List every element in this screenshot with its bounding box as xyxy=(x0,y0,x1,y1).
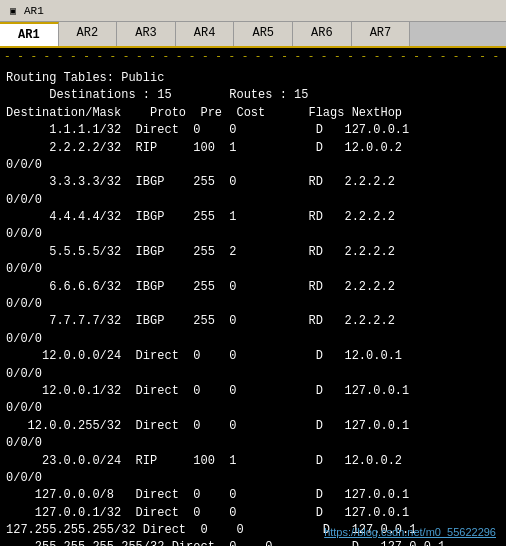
terminal-line: 0/0/0 xyxy=(6,435,500,452)
terminal-line: 0/0/0 xyxy=(6,226,500,243)
terminal-line: 1.1.1.1/32 Direct 0 0 D 127.0.0.1 xyxy=(6,122,500,139)
terminal-line: 0/0/0 xyxy=(6,366,500,383)
tabs-bar: AR1AR2AR3AR4AR5AR6AR7 xyxy=(0,22,506,48)
terminal-line: 0/0/0 xyxy=(6,157,500,174)
terminal-line: 255.255.255.255/32 Direct 0 0 D 127.0.0.… xyxy=(6,539,500,546)
terminal-line: 12.0.0.255/32 Direct 0 0 D 127.0.0.1 xyxy=(6,418,500,435)
terminal-line: Destination/Mask Proto Pre Cost Flags Ne… xyxy=(6,105,500,122)
title-text: AR1 xyxy=(24,5,44,17)
terminal-line: 0/0/0 xyxy=(6,192,500,209)
tab-ar3[interactable]: AR3 xyxy=(117,22,176,46)
title-bar: ▣ AR1 xyxy=(0,0,506,22)
tab-ar6[interactable]: AR6 xyxy=(293,22,352,46)
tab-ar4[interactable]: AR4 xyxy=(176,22,235,46)
terminal-line: 127.0.0.0/8 Direct 0 0 D 127.0.0.1 xyxy=(6,487,500,504)
tab-ar2[interactable]: AR2 xyxy=(59,22,118,46)
tab-ar7[interactable]: AR7 xyxy=(352,22,411,46)
terminal-line: 12.0.0.1/32 Direct 0 0 D 127.0.0.1 xyxy=(6,383,500,400)
terminal-line: 5.5.5.5/32 IBGP 255 2 RD 2.2.2.2 xyxy=(6,244,500,261)
terminal-line: 12.0.0.0/24 Direct 0 0 D 12.0.0.1 xyxy=(6,348,500,365)
terminal-line: 127.0.0.1/32 Direct 0 0 D 127.0.0.1 xyxy=(6,505,500,522)
terminal-line: 0/0/0 xyxy=(6,331,500,348)
terminal-line: 4.4.4.4/32 IBGP 255 1 RD 2.2.2.2 xyxy=(6,209,500,226)
terminal-line: 0/0/0 xyxy=(6,470,500,487)
tab-ar5[interactable]: AR5 xyxy=(234,22,293,46)
terminal-line: 0/0/0 xyxy=(6,296,500,313)
terminal-line: 23.0.0.0/24 RIP 100 1 D 12.0.0.2 xyxy=(6,453,500,470)
terminal-line: 0/0/0 xyxy=(6,400,500,417)
terminal-line: Routing Tables: Public xyxy=(6,70,500,87)
watermark: https://blog.csdn.net/m0_55622296 xyxy=(324,526,496,538)
terminal: Routing Tables: Public Destinations : 15… xyxy=(0,66,506,546)
dashed-separator: - - - - - - - - - - - - - - - - - - - - … xyxy=(0,48,506,66)
terminal-line: 6.6.6.6/32 IBGP 255 0 RD 2.2.2.2 xyxy=(6,279,500,296)
terminal-line: 0/0/0 xyxy=(6,261,500,278)
terminal-line: 2.2.2.2/32 RIP 100 1 D 12.0.0.2 xyxy=(6,140,500,157)
terminal-line: 3.3.3.3/32 IBGP 255 0 RD 2.2.2.2 xyxy=(6,174,500,191)
terminal-line: Destinations : 15 Routes : 15 xyxy=(6,87,500,104)
terminal-line: 7.7.7.7/32 IBGP 255 0 RD 2.2.2.2 xyxy=(6,313,500,330)
tab-ar1[interactable]: AR1 xyxy=(0,22,59,46)
title-icon: ▣ xyxy=(6,4,20,18)
